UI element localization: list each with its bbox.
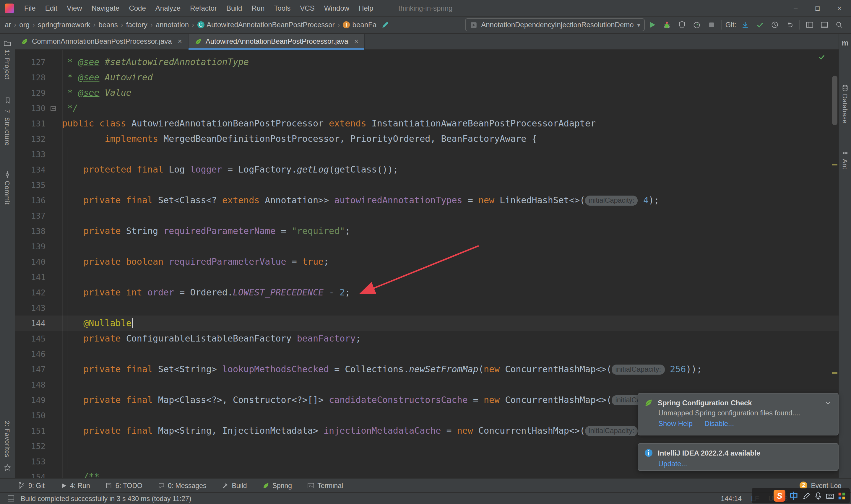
debug-button[interactable] [660, 17, 675, 32]
toolwindow-git[interactable]: 9: Git [18, 482, 44, 489]
rollback-button[interactable] [782, 17, 797, 32]
close-tab-icon[interactable]: × [178, 37, 182, 46]
code-line-132[interactable]: 132 implements MergedBeanDefinitionPostP… [15, 131, 838, 146]
stop-button[interactable] [704, 17, 719, 32]
code-line-133[interactable]: 133 [15, 146, 838, 162]
notification-ide-update[interactable]: IntelliJ IDEA 2022.2.4 available Update.… [638, 443, 838, 471]
menu-analyze[interactable]: Analyze [151, 2, 185, 14]
code-line-141[interactable]: 141 [15, 269, 838, 285]
code-line-135[interactable]: 135 [15, 177, 838, 193]
update-project-button[interactable] [738, 17, 752, 32]
toolwindow-todo[interactable]: 6: TODO [106, 482, 142, 489]
toolwindow-build[interactable]: Build [222, 482, 247, 489]
history-button[interactable] [767, 17, 782, 32]
run-button[interactable] [645, 17, 660, 32]
caret-position[interactable]: 144:14 [721, 495, 742, 502]
code-line-137[interactable]: 137 [15, 208, 838, 223]
menu-file[interactable]: File [20, 2, 40, 14]
hide-windows-button[interactable] [817, 17, 832, 32]
code-line-136[interactable]: 136 private final Set<Class<? extends An… [15, 193, 838, 208]
search-everywhere-icon[interactable] [832, 17, 846, 32]
code-line-143[interactable]: 143 [15, 300, 838, 316]
code-line-129[interactable]: 129 * @see Value [15, 85, 838, 101]
tool-stripe-commit[interactable]: Commit [0, 171, 15, 205]
breadcrumb-item[interactable]: beans [98, 21, 117, 29]
handwriting-icon[interactable] [802, 491, 811, 500]
menu-window[interactable]: Window [320, 2, 354, 14]
tool-stripe-database[interactable]: Database [839, 85, 851, 124]
tool-stripe-project[interactable]: 1: Project [0, 40, 15, 79]
breadcrumb-item[interactable]: springframework [38, 21, 90, 29]
toolwindow-messages[interactable]: 0: Messages [158, 482, 206, 489]
code-line-139[interactable]: 139 [15, 239, 838, 254]
disable-link[interactable]: Disable... [704, 419, 734, 428]
close-button[interactable]: × [837, 4, 841, 12]
tool-stripe-structure[interactable]: 7: Structure [0, 109, 15, 146]
spring-file-icon [195, 37, 202, 45]
sogou-icon[interactable]: S [774, 490, 785, 502]
toolwindow-spring[interactable]: Spring [262, 482, 292, 489]
menu-refactor[interactable]: Refactor [186, 2, 221, 14]
editor-tab[interactable]: CommonAnnotationBeanPostProcessor.java× [15, 34, 188, 49]
tool-stripe-ant[interactable]: Ant [839, 149, 851, 169]
field-icon: f [343, 21, 350, 29]
chinese-mode-icon[interactable] [789, 490, 799, 501]
breadcrumb-item[interactable]: factory [126, 21, 147, 29]
code-line-127[interactable]: 127 * @see #setAutowiredAnnotationType [15, 54, 838, 70]
favorites-star-button[interactable] [0, 464, 15, 471]
code-line-130[interactable]: 130 */ [15, 101, 838, 116]
fold-column [46, 254, 62, 269]
menu-edit[interactable]: Edit [41, 2, 61, 14]
breadcrumb-item[interactable]: CAutowiredAnnotationBeanPostProcessor [197, 21, 335, 29]
menu-help[interactable]: Help [355, 2, 377, 14]
code-line-145[interactable]: 145 private ConfigurableListableBeanFact… [15, 331, 838, 346]
toolwindow-terminal[interactable]: Terminal [307, 482, 343, 489]
inspections-ok-icon[interactable] [818, 53, 826, 61]
toolwindow-toggle-icon[interactable] [7, 494, 15, 502]
code-line-131[interactable]: 131public class AutowiredAnnotationBeanP… [15, 116, 838, 131]
tool-stripe-favorites[interactable]: 2: Favorites [0, 421, 15, 457]
ime-toolbox-icon[interactable] [837, 491, 846, 500]
keyboard-icon[interactable] [826, 491, 834, 500]
minimize-button[interactable]: – [794, 4, 798, 12]
code-line-140[interactable]: 140 private boolean requiredParameterVal… [15, 254, 838, 269]
editor-scrollbar[interactable] [832, 76, 837, 125]
menu-view[interactable]: View [62, 2, 86, 14]
profiler-button[interactable] [689, 17, 704, 32]
close-tab-icon[interactable]: × [354, 37, 358, 46]
breadcrumb-item[interactable]: org [19, 21, 30, 29]
editor-tab[interactable]: AutowiredAnnotationBeanPostProcessor.jav… [188, 34, 365, 49]
restore-layout-button[interactable] [802, 17, 817, 32]
show-help-link[interactable]: Show Help [658, 419, 693, 428]
maximize-button[interactable]: □ [815, 4, 820, 12]
menu-tools[interactable]: Tools [270, 2, 295, 14]
toolwindow-run[interactable]: 4: Run [60, 482, 90, 489]
code-line-144[interactable]: 144 @Nullable [15, 316, 838, 331]
code-line-128[interactable]: 128 * @see Autowired [15, 70, 838, 85]
menu-code[interactable]: Code [125, 2, 150, 14]
code-line-142[interactable]: 142 private int order = Ordered.LOWEST_P… [15, 285, 838, 300]
code-line-134[interactable]: 134 protected final Log logger = LogFact… [15, 162, 838, 177]
menu-navigate[interactable]: Navigate [88, 2, 124, 14]
bookmark-stripe-button[interactable] [0, 96, 15, 105]
breadcrumb-item[interactable]: fbeanFa [343, 21, 377, 29]
notification-spring-check[interactable]: Spring Configuration Check Unmapped Spri… [638, 393, 838, 435]
breadcrumb-item[interactable]: annotation [156, 21, 189, 29]
voice-input-icon[interactable] [814, 491, 822, 500]
error-stripe-mark[interactable] [832, 164, 837, 165]
tool-stripe-maven[interactable]: m [839, 38, 851, 47]
breadcrumb-item[interactable]: ar [5, 21, 11, 29]
update-link[interactable]: Update... [658, 460, 687, 468]
code-line-138[interactable]: 138 private String requiredParameterName… [15, 223, 838, 239]
run-configuration-select[interactable]: AnnotationDependencyInjectionResolutionD… [465, 18, 645, 31]
menu-run[interactable]: Run [247, 2, 269, 14]
coverage-button[interactable] [675, 17, 689, 32]
commit-button[interactable] [752, 17, 767, 32]
menu-build[interactable]: Build [222, 2, 246, 14]
expand-chevron-icon[interactable] [824, 398, 832, 407]
error-stripe-mark[interactable] [832, 372, 837, 374]
code-line-148[interactable]: 148 [15, 377, 838, 392]
code-line-146[interactable]: 146 [15, 346, 838, 362]
menu-vcs[interactable]: VCS [296, 2, 319, 14]
code-line-147[interactable]: 147 private final Set<String> lookupMeth… [15, 362, 838, 377]
